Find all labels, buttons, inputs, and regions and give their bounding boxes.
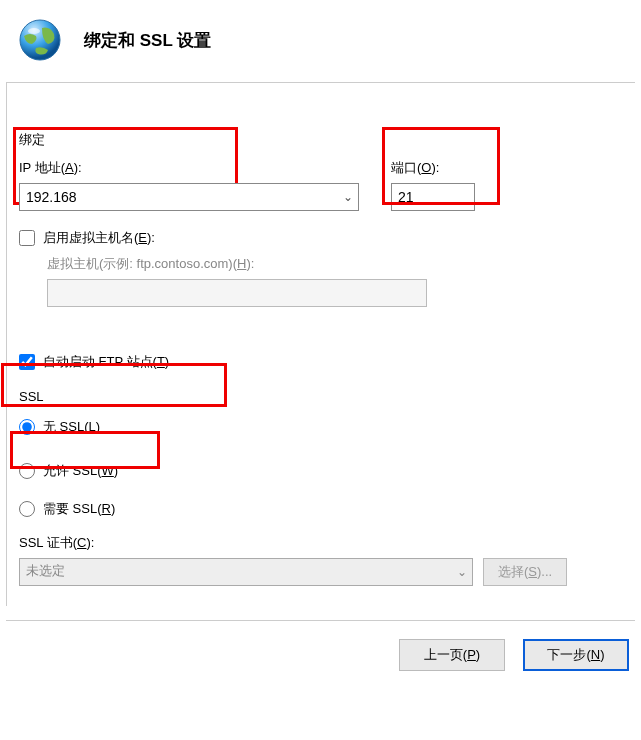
vhost-hint-label: 虚拟主机(示例: ftp.contoso.com)(H): bbox=[47, 255, 623, 273]
no-ssl-label: 无 SSL(L) bbox=[43, 418, 100, 436]
require-ssl-radio[interactable] bbox=[19, 501, 35, 517]
dialog-title: 绑定和 SSL 设置 bbox=[84, 29, 211, 52]
enable-vhost-checkbox[interactable] bbox=[19, 230, 35, 246]
ssl-cert-combo[interactable]: 未选定 ⌄ bbox=[19, 558, 473, 586]
no-ssl-radio[interactable] bbox=[19, 419, 35, 435]
dialog-header: 绑定和 SSL 设置 bbox=[0, 0, 641, 82]
svg-point-1 bbox=[28, 28, 40, 34]
allow-ssl-row: 允许 SSL(W) bbox=[19, 462, 623, 480]
ssl-section-label: SSL bbox=[19, 389, 623, 404]
port-field-group: 端口(O): bbox=[391, 159, 475, 211]
ssl-cert-label: SSL 证书(C): bbox=[19, 534, 623, 552]
vhost-checkbox-row: 启用虚拟主机名(E): bbox=[19, 229, 623, 247]
ssl-cert-selected: 未选定 bbox=[19, 558, 473, 586]
no-ssl-row: 无 SSL(L) bbox=[19, 418, 623, 436]
ip-address-combo[interactable]: ⌄ bbox=[19, 183, 359, 211]
ip-field-group: IP 地址(A): ⌄ bbox=[19, 159, 359, 211]
allow-ssl-label: 允许 SSL(W) bbox=[43, 462, 118, 480]
port-input[interactable] bbox=[391, 183, 475, 211]
globe-icon bbox=[18, 18, 62, 62]
autostart-label: 自动启动 FTP 站点(T) bbox=[43, 353, 169, 371]
binding-section-label: 绑定 bbox=[19, 131, 623, 149]
enable-vhost-label: 启用虚拟主机名(E): bbox=[43, 229, 155, 247]
require-ssl-row: 需要 SSL(R) bbox=[19, 500, 623, 518]
ip-address-label: IP 地址(A): bbox=[19, 159, 359, 177]
allow-ssl-radio[interactable] bbox=[19, 463, 35, 479]
port-label: 端口(O): bbox=[391, 159, 475, 177]
ip-address-input[interactable] bbox=[19, 183, 359, 211]
vhost-input bbox=[47, 279, 427, 307]
select-cert-button: 选择(S)... bbox=[483, 558, 567, 586]
require-ssl-label: 需要 SSL(R) bbox=[43, 500, 115, 518]
autostart-checkbox[interactable] bbox=[19, 354, 35, 370]
autostart-row: 自动启动 FTP 站点(T) bbox=[19, 353, 623, 371]
previous-button[interactable]: 上一页(P) bbox=[399, 639, 505, 671]
next-button[interactable]: 下一步(N) bbox=[523, 639, 629, 671]
dialog-footer: 上一页(P) 下一步(N) bbox=[6, 620, 635, 689]
